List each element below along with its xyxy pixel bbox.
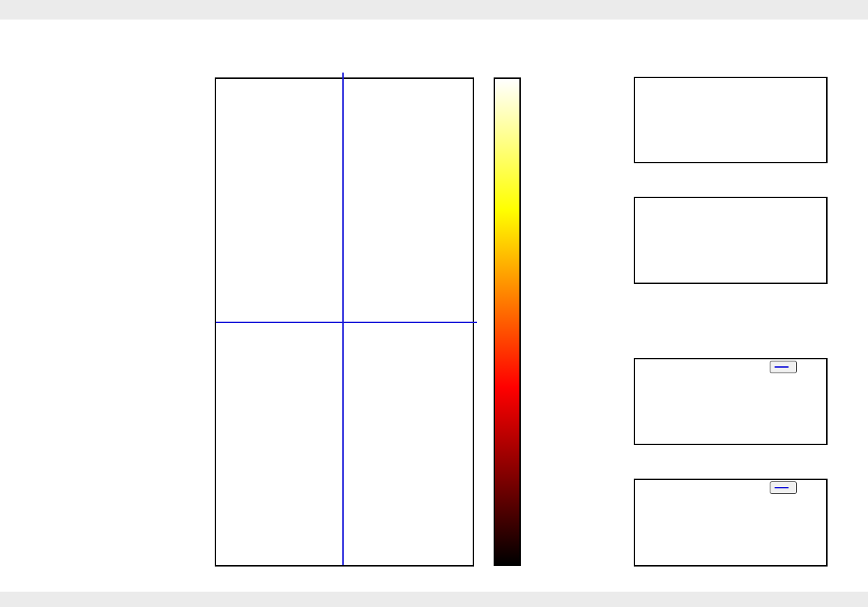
field-label — [438, 34, 530, 45]
file-info-row — [6, 36, 52, 46]
crosshair-vertical-line — [342, 73, 344, 565]
field-label — [235, 47, 282, 58]
setup-info-row — [438, 24, 530, 34]
legend-cut-in-y — [770, 481, 797, 494]
crosshair-horizontal-line — [216, 322, 477, 323]
type-info-row — [235, 27, 282, 37]
setup-info-block — [438, 24, 530, 44]
field-label — [6, 66, 52, 76]
field-label — [235, 27, 282, 37]
file-info-block — [6, 25, 52, 76]
colorbar — [495, 79, 519, 564]
type-info-block — [235, 27, 282, 68]
setup-info-row — [438, 34, 530, 45]
field-label — [6, 56, 52, 66]
file-info-row — [6, 25, 52, 36]
field-label — [235, 58, 282, 68]
type-info-row — [235, 58, 282, 68]
cut-in-y-plot — [635, 480, 826, 565]
field-label — [438, 24, 530, 34]
field-label — [6, 25, 52, 36]
file-info-row — [6, 56, 52, 66]
field-label — [235, 37, 282, 47]
footer-bar — [0, 592, 868, 607]
cut-in-x-plot — [635, 359, 826, 444]
legend-line-sample — [775, 487, 789, 488]
file-info-row — [6, 66, 52, 76]
type-info-row — [235, 47, 282, 58]
type-info-row — [235, 37, 282, 47]
header-bar — [0, 0, 868, 20]
file-info-row — [6, 45, 52, 56]
legend-line-sample — [775, 366, 789, 368]
field-label — [6, 45, 52, 56]
legend-cut-in-x — [770, 361, 797, 373]
histogram-detail-plot — [635, 78, 826, 162]
histogram-full-plot — [635, 198, 826, 283]
field-label — [6, 36, 52, 46]
